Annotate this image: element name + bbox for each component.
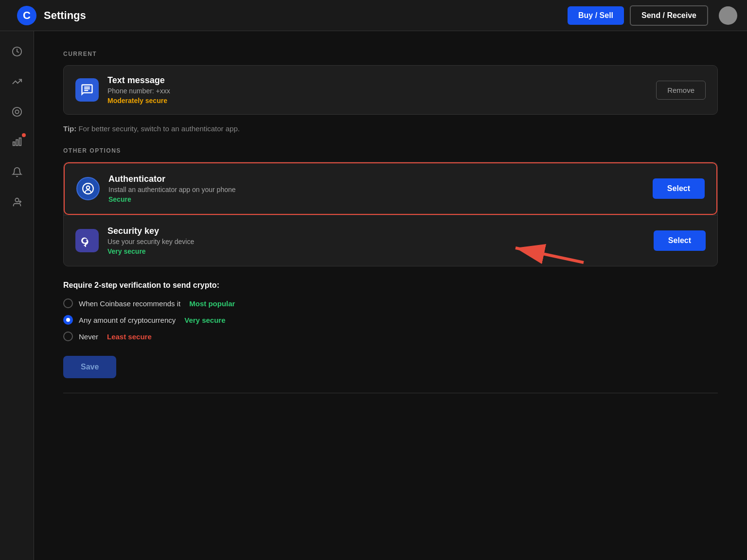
security-key-select-button[interactable]: Select — [654, 230, 706, 251]
radio-when-coinbase[interactable] — [63, 298, 73, 308]
authenticator-security-label: Secure — [108, 195, 644, 203]
security-key-option-row: Security key Use your security key devic… — [64, 215, 717, 266]
authenticator-option-row: Authenticator Install an authenticator a… — [64, 162, 717, 215]
main-layout: CURRENT Text message Phone number: +xxx … — [0, 31, 747, 560]
authenticator-name: Authenticator — [108, 174, 644, 184]
current-method-card: Text message Phone number: +xxx Moderate… — [63, 65, 718, 115]
very-secure-badge: Very secure — [184, 316, 225, 324]
logo-container: C — [10, 6, 44, 25]
current-method-row: Text message Phone number: +xxx Moderate… — [75, 75, 706, 105]
tip-text: Tip: For better security, switch to an a… — [63, 124, 718, 133]
tip-prefix: Tip: — [63, 124, 76, 133]
remove-button[interactable]: Remove — [656, 81, 706, 100]
current-security-label: Moderately secure — [107, 97, 647, 105]
send-receive-button[interactable]: Send / Receive — [630, 5, 708, 26]
sidebar-item-user[interactable] — [6, 192, 28, 213]
buy-sell-button[interactable]: Buy / Sell — [568, 6, 624, 25]
main-content: CURRENT Text message Phone number: +xxx … — [34, 31, 747, 560]
current-method-sub: Phone number: +xxx — [107, 87, 647, 95]
page-title: Settings — [44, 9, 568, 22]
sidebar-item-clock[interactable] — [6, 41, 28, 62]
authenticator-select-button[interactable]: Select — [653, 178, 705, 199]
authenticator-icon — [76, 177, 100, 200]
current-method-name: Text message — [107, 75, 647, 86]
verification-section: Require 2-step verification to send cryp… — [63, 281, 718, 341]
sidebar — [0, 31, 34, 560]
security-key-sub: Use your security key device — [107, 238, 645, 245]
other-options-card: Authenticator Install an authenticator a… — [63, 162, 718, 266]
verification-option-2[interactable]: Any amount of cryptocurrency Very secure — [63, 315, 718, 325]
text-message-icon — [75, 78, 99, 102]
verification-option-1-label: When Coinbase recommends it — [79, 299, 180, 308]
tip-content: For better security, switch to an authen… — [78, 124, 240, 133]
least-secure-badge: Least secure — [107, 332, 152, 341]
verification-option-3[interactable]: Never Least secure — [63, 332, 718, 341]
verification-option-2-label: Any amount of cryptocurrency — [79, 316, 176, 324]
authenticator-sub: Install an authenticator app on your pho… — [108, 186, 644, 193]
svg-point-2 — [15, 110, 18, 113]
security-key-info: Security key Use your security key devic… — [107, 226, 645, 255]
coinbase-logo: C — [17, 6, 36, 25]
bottom-divider — [63, 393, 718, 393]
sidebar-item-bell[interactable] — [6, 161, 28, 183]
radio-any-amount[interactable] — [63, 315, 73, 325]
svg-point-10 — [87, 186, 90, 190]
avatar[interactable] — [719, 6, 737, 25]
header: C Settings Buy / Sell Send / Receive — [0, 0, 747, 31]
sidebar-item-chart[interactable] — [6, 71, 28, 92]
verification-option-3-label: Never — [79, 332, 98, 341]
authenticator-info: Authenticator Install an authenticator a… — [108, 174, 644, 203]
header-buttons: Buy / Sell Send / Receive — [568, 5, 737, 26]
most-popular-badge: Most popular — [189, 299, 235, 308]
svg-rect-5 — [19, 138, 21, 146]
security-key-icon — [75, 229, 99, 252]
security-key-security-label: Very secure — [107, 247, 645, 255]
svg-point-6 — [15, 198, 18, 202]
svg-point-1 — [12, 107, 21, 116]
current-method-info: Text message Phone number: +xxx Moderate… — [107, 75, 647, 105]
security-key-name: Security key — [107, 226, 645, 236]
svg-rect-4 — [16, 140, 18, 145]
sidebar-item-bar-chart[interactable] — [6, 131, 28, 153]
current-section-label: CURRENT — [63, 51, 718, 57]
notification-badge — [22, 133, 26, 137]
verification-option-1[interactable]: When Coinbase recommends it Most popular — [63, 298, 718, 308]
radio-never[interactable] — [63, 332, 73, 341]
other-options-label: OTHER OPTIONS — [63, 147, 718, 154]
sidebar-item-circle[interactable] — [6, 101, 28, 122]
verification-title: Require 2-step verification to send cryp… — [63, 281, 718, 290]
svg-rect-3 — [13, 142, 15, 145]
save-button[interactable]: Save — [63, 356, 116, 378]
